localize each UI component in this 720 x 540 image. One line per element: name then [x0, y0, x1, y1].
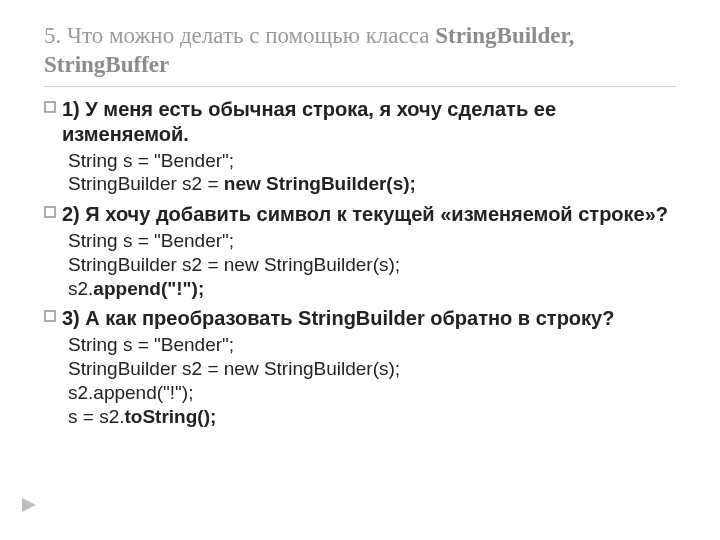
list-item-heading-row: 1) У меня есть обычная строка, я хочу сд…	[44, 97, 676, 147]
bullet-icon	[44, 101, 62, 113]
code-line: s2.append("!");	[68, 381, 676, 405]
code-block: String s = "Bender";StringBuilder s2 = n…	[68, 333, 676, 428]
list-item: 2) Я хочу добавить символ к текущей «изм…	[44, 202, 676, 300]
list-item: 1) У меня есть обычная строка, я хочу сд…	[44, 97, 676, 197]
title-prefix: 5. Что можно делать с помощью класса	[44, 23, 435, 48]
svg-rect-1	[45, 207, 55, 217]
code-segment: s2.append("!");	[68, 382, 193, 403]
title-underline	[44, 86, 676, 87]
code-segment: String s = "Bender";	[68, 334, 234, 355]
code-segment: toString();	[125, 406, 217, 427]
code-line: StringBuilder s2 = new StringBuilder(s);	[68, 172, 676, 196]
svg-rect-0	[45, 102, 55, 112]
list-item: 3) А как преобразовать StringBuilder обр…	[44, 306, 676, 428]
bullet-icon	[44, 310, 62, 322]
code-segment: String s = "Bender";	[68, 150, 234, 171]
slide-nav-triangle-icon	[20, 496, 38, 518]
slide-title: 5. Что можно делать с помощью класса Str…	[44, 22, 676, 80]
code-line: StringBuilder s2 = new StringBuilder(s);	[68, 357, 676, 381]
code-segment: s = s2.	[68, 406, 125, 427]
code-segment: new StringBuilder(s);	[224, 173, 416, 194]
code-segment: String s = "Bender";	[68, 230, 234, 251]
slide: 5. Что можно делать с помощью класса Str…	[0, 0, 720, 540]
code-block: String s = "Bender";StringBuilder s2 = n…	[68, 149, 676, 197]
code-line: String s = "Bender";	[68, 149, 676, 173]
list-item-heading: 3) А как преобразовать StringBuilder обр…	[62, 306, 676, 331]
code-block: String s = "Bender";StringBuilder s2 = n…	[68, 229, 676, 300]
code-segment: s2.	[68, 278, 93, 299]
bullet-icon	[44, 206, 62, 218]
code-segment: StringBuilder s2 =	[68, 173, 224, 194]
list-item-heading: 2) Я хочу добавить символ к текущей «изм…	[62, 202, 676, 227]
code-line: s = s2.toString();	[68, 405, 676, 429]
code-segment: append("!");	[93, 278, 204, 299]
code-line: s2.append("!");	[68, 277, 676, 301]
code-line: String s = "Bender";	[68, 333, 676, 357]
bullet-list: 1) У меня есть обычная строка, я хочу сд…	[44, 97, 676, 429]
code-line: String s = "Bender";	[68, 229, 676, 253]
code-segment: StringBuilder s2 = new StringBuilder(s);	[68, 358, 400, 379]
list-item-heading: 1) У меня есть обычная строка, я хочу сд…	[62, 97, 676, 147]
svg-marker-3	[22, 498, 36, 512]
code-segment: StringBuilder s2 = new StringBuilder(s);	[68, 254, 400, 275]
list-item-heading-row: 2) Я хочу добавить символ к текущей «изм…	[44, 202, 676, 227]
code-line: StringBuilder s2 = new StringBuilder(s);	[68, 253, 676, 277]
list-item-heading-row: 3) А как преобразовать StringBuilder обр…	[44, 306, 676, 331]
svg-rect-2	[45, 311, 55, 321]
